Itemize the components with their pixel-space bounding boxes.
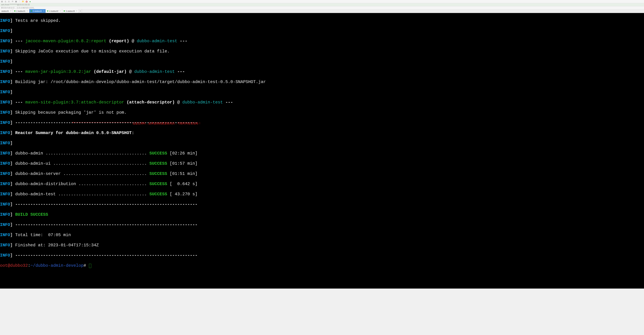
add-tab-button[interactable]: +	[79, 9, 82, 13]
session-tab-bar: dubbo31 × 2 dubbo31 × 3 dubbo32 × 4 dubb…	[0, 9, 644, 13]
toolbar-icon-2[interactable]: ⎘	[4, 0, 7, 3]
tab-5-dubbo33[interactable]: 5 dubbo33 ×	[62, 9, 79, 13]
module-dubbo-admin-test: dubbo-admin-test	[137, 39, 177, 44]
toolbar-icon-3[interactable]: ◴	[8, 0, 10, 3]
terminal-cursor	[89, 264, 91, 268]
reactor-row-dubbo-admin-test: dubbo-admin-test .......................…	[15, 192, 147, 197]
plugin-site: maven-site-plugin:3.7:attach-descriptor	[25, 100, 124, 105]
reactor-time-4: [ 0.642 s]	[170, 182, 198, 186]
tests-skipped: Tests are skipped.	[15, 18, 61, 23]
status-dot-icon	[64, 10, 65, 12]
ssh-address-bar: ssh://root:**********@10.0.0.32:22	[0, 3, 644, 6]
jacoco-skip-msg: Skipping JaCoCo execution due to missing…	[15, 49, 170, 54]
status-dot-icon	[47, 10, 48, 12]
status-dot-icon	[14, 10, 16, 12]
total-time: Total time: 07:05 min	[15, 233, 71, 237]
tab-label: 4 dubbo32	[49, 10, 58, 12]
terminal-output[interactable]: INFO] Tests are skipped. INFO] INFO] ---…	[0, 13, 644, 288]
tab-label: 3 dubbo32	[33, 10, 42, 12]
reactor-time-5: [ 43.270 s]	[170, 192, 198, 197]
prompt-path: ~/dubbo-admin-develop	[30, 263, 84, 268]
toolbar-icon-stop[interactable]: ⏻	[25, 0, 28, 3]
tab-dubbo31[interactable]: dubbo31 ×	[0, 9, 13, 13]
app-toolbar: ▤ ⎘ ◴ ⟳ ▦ ⋮ 📁 ⏻ ●	[0, 0, 644, 3]
tab-4-dubbo32[interactable]: 4 dubbo32 ×	[46, 9, 62, 13]
toolbar-icon-1[interactable]: ▤	[1, 0, 3, 3]
reactor-row-dubbo-admin-server: dubbo-admin-server .....................…	[15, 171, 147, 176]
tab-label: 5 dubbo33	[66, 10, 75, 12]
reactor-row-dubbo-admin: dubbo-admin ............................…	[15, 151, 147, 156]
close-icon[interactable]: ×	[10, 10, 11, 12]
tab-label: 2 dubbo31	[16, 10, 26, 12]
status-dot-icon	[31, 10, 32, 12]
close-icon[interactable]: ×	[43, 10, 44, 12]
close-icon[interactable]: ×	[76, 10, 77, 12]
plugin-jar: maven-jar-plugin:3.0.2:jar	[25, 69, 91, 74]
building-jar-path: Building jar: /root/dubbo-admin-develop/…	[15, 80, 266, 84]
close-icon[interactable]: ×	[60, 10, 61, 12]
close-icon[interactable]: ×	[27, 10, 28, 12]
ssh-address-text: ssh://root:**********@10.0.0.32:22	[1, 4, 30, 6]
hint-bar: 要添加当前会话，点击左侧的箭头按钮。	[0, 6, 644, 9]
prompt-user-host: oot@dubbo32	[0, 263, 28, 268]
plugin-jacoco: jacoco-maven-plugin:0.8.2:report	[25, 39, 106, 44]
finished-at: Finished at: 2023-01-04T17:15:34Z	[15, 243, 99, 247]
build-success: BUILD SUCCESS	[15, 212, 48, 217]
reactor-summary-title: Reactor Summary for dubbo-admin 0.5.0-SN…	[15, 131, 134, 135]
toolbar-icon-6[interactable]: ⋮	[18, 0, 21, 3]
reactor-time-3: [01:51 min]	[170, 171, 198, 176]
reactor-time-2: [01:57 min]	[170, 161, 198, 166]
toolbar-icon-5[interactable]: ▦	[15, 0, 17, 3]
status-success: SUCCESS	[150, 151, 167, 156]
reactor-time-1: [02:26 min]	[170, 151, 198, 156]
separator: ----------------------------------------…	[15, 120, 198, 125]
tab-3-dubbo32[interactable]: 3 dubbo32 ×	[29, 9, 46, 13]
toolbar-icon-4[interactable]: ⟳	[11, 0, 14, 3]
reactor-row-dubbo-admin-ui: dubbo-admin-ui .........................…	[15, 161, 147, 166]
tab-2-dubbo31[interactable]: 2 dubbo31 ×	[13, 9, 29, 13]
hint-text: 要添加当前会话，点击左侧的箭头按钮。	[1, 7, 36, 9]
reactor-row-dubbo-admin-distribution: dubbo-admin-distribution ...............…	[15, 182, 147, 186]
toolbar-icon-folder[interactable]: 📁	[22, 0, 24, 3]
skip-pom-msg: Skipping because packaging 'jar' is not …	[15, 110, 126, 115]
tab-label: dubbo31	[2, 10, 9, 12]
toolbar-icon-play[interactable]: ●	[29, 0, 31, 3]
